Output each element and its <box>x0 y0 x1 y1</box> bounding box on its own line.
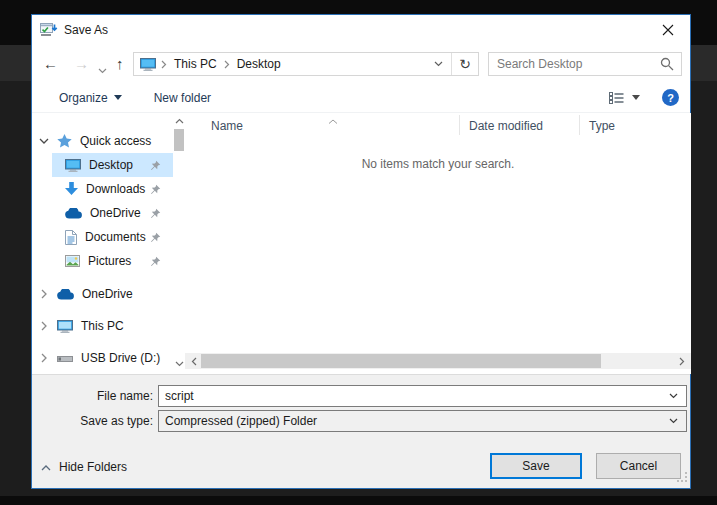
sidebar-gap <box>32 273 173 282</box>
file-name-label: File name: <box>32 385 153 407</box>
refresh-icon[interactable]: ↻ <box>452 53 478 75</box>
pin-icon <box>150 184 161 195</box>
sidebar-item-label: Downloads <box>86 182 145 196</box>
save-as-icon <box>40 21 58 37</box>
dialog-title: Save As <box>64 15 108 45</box>
sidebar-item-downloads[interactable]: Downloads <box>52 177 173 201</box>
navigation-bar: ← → ↑ This PC Desktop <box>32 45 690 83</box>
pin-icon <box>150 160 161 171</box>
sidebar-scrollbar[interactable] <box>173 113 185 374</box>
column-separator[interactable] <box>459 115 460 135</box>
scroll-up-icon[interactable] <box>173 115 185 127</box>
sidebar-item-label: USB Drive (D:) <box>81 351 160 365</box>
new-folder-label: New folder <box>154 91 211 105</box>
column-header-type[interactable]: Type <box>589 115 615 137</box>
help-button[interactable]: ? <box>662 89 679 106</box>
onedrive-cloud-icon <box>65 208 82 219</box>
save-button-label: Save <box>522 459 549 473</box>
pin-icon <box>150 256 161 267</box>
sidebar-item-label: Desktop <box>89 158 133 172</box>
hide-folders-button[interactable]: Hide Folders <box>41 457 127 477</box>
column-header-name[interactable]: Name <box>211 115 243 137</box>
sidebar-item-onedrive[interactable]: OneDrive <box>32 282 173 306</box>
desktop-icon <box>65 159 81 172</box>
sidebar-item-onedrive-pinned[interactable]: OneDrive <box>52 201 173 225</box>
search-input[interactable] <box>489 54 660 74</box>
sidebar-gap <box>32 306 173 314</box>
chevron-down-icon[interactable] <box>661 418 686 424</box>
new-folder-button[interactable]: New folder <box>154 91 211 105</box>
usb-drive-icon <box>57 354 73 363</box>
sidebar-item-usb-drive[interactable]: USB Drive (D:) <box>32 346 173 370</box>
column-separator[interactable] <box>579 115 580 135</box>
background-bottom-strip <box>0 496 717 505</box>
save-as-type-label: Save as type: <box>32 410 153 432</box>
pin-icon <box>150 232 161 243</box>
organize-button[interactable]: Organize <box>59 91 122 105</box>
pictures-icon <box>65 255 80 267</box>
save-as-type-value: Compressed (zipped) Folder <box>159 414 661 428</box>
recent-locations-chevron-icon[interactable] <box>98 63 107 77</box>
column-header-date-modified[interactable]: Date modified <box>469 115 543 137</box>
horizontal-scrollbar[interactable] <box>185 353 691 369</box>
breadcrumb-desktop[interactable]: Desktop <box>235 57 283 71</box>
sidebar-gap <box>32 338 173 346</box>
chevron-up-icon <box>41 464 51 471</box>
scroll-left-icon[interactable] <box>187 353 201 369</box>
chevron-right-icon <box>41 289 48 299</box>
downloads-icon <box>65 182 78 197</box>
back-icon[interactable]: ← <box>43 54 58 74</box>
cancel-button[interactable]: Cancel <box>596 453 681 479</box>
file-name-combo[interactable] <box>158 385 687 407</box>
cancel-button-label: Cancel <box>620 459 657 473</box>
dropdown-triangle-icon <box>114 95 122 100</box>
scroll-down-icon[interactable] <box>173 358 185 370</box>
title-bar: Save As <box>32 15 690 45</box>
resize-grip[interactable] <box>677 472 688 486</box>
this-pc-icon <box>140 58 156 71</box>
command-toolbar: Organize New folder ? <box>32 83 690 113</box>
sidebar-item-quick-access[interactable]: Quick access <box>32 129 173 153</box>
sidebar-item-label: Pictures <box>88 254 131 268</box>
view-dropdown-triangle-icon <box>632 95 640 100</box>
close-icon <box>662 24 674 36</box>
navigation-pane: Quick access Desktop Downloads <box>32 113 173 374</box>
sidebar-item-label: OneDrive <box>82 287 133 301</box>
save-button[interactable]: Save <box>490 453 582 479</box>
forward-icon[interactable]: → <box>74 54 89 74</box>
chevron-down-icon[interactable] <box>661 393 686 399</box>
file-name-input[interactable] <box>159 388 661 404</box>
documents-icon <box>65 230 77 245</box>
sidebar-item-documents[interactable]: Documents <box>52 225 173 249</box>
scroll-right-icon[interactable] <box>675 353 689 369</box>
search-box[interactable] <box>488 52 682 76</box>
scrollbar-thumb[interactable] <box>201 354 601 368</box>
empty-results-message: No items match your search. <box>185 157 691 171</box>
help-icon: ? <box>667 92 674 104</box>
close-button[interactable] <box>645 15 690 45</box>
sidebar-item-label: Quick access <box>80 134 151 148</box>
sidebar-item-pictures[interactable]: Pictures <box>52 249 173 273</box>
pin-icon <box>150 208 161 219</box>
search-icon[interactable] <box>660 57 674 71</box>
chevron-right-icon <box>41 321 48 331</box>
hide-folders-label: Hide Folders <box>59 460 127 474</box>
change-view-button[interactable] <box>609 92 640 104</box>
sidebar-item-label: This PC <box>81 319 124 333</box>
address-bar[interactable]: This PC Desktop ↻ <box>133 52 479 76</box>
this-pc-icon <box>57 320 73 333</box>
file-list-area: Name Date modified Type No items match y… <box>185 113 691 374</box>
address-dropdown-chevron-icon[interactable] <box>426 53 451 75</box>
save-as-dialog: Save As ← → ↑ Thi <box>31 14 691 489</box>
sidebar-item-label: Documents <box>85 230 146 244</box>
sidebar-item-this-pc[interactable]: This PC <box>32 314 173 338</box>
breadcrumb-this-pc[interactable]: This PC <box>172 57 219 71</box>
scrollbar-thumb[interactable] <box>174 129 184 151</box>
up-icon[interactable]: ↑ <box>116 54 124 74</box>
dialog-footer: File name: Save as type: Compressed (zip… <box>32 374 690 488</box>
sidebar-item-desktop[interactable]: Desktop <box>52 153 173 177</box>
chevron-right-icon <box>41 353 48 363</box>
organize-label: Organize <box>59 91 108 105</box>
save-as-type-select[interactable]: Compressed (zipped) Folder <box>158 410 687 432</box>
breadcrumb-chevron-icon <box>161 60 167 69</box>
